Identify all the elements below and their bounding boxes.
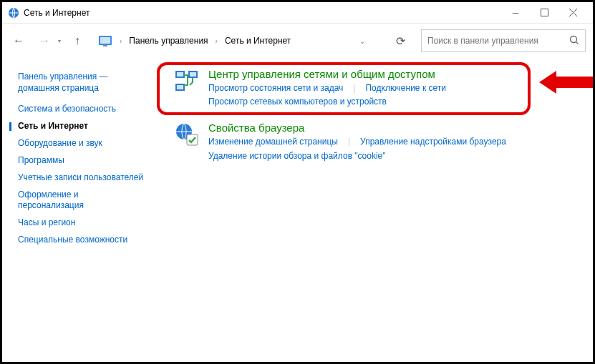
link-connect-network[interactable]: Подключение к сети [365,82,445,95]
separator: | [353,82,355,95]
internet-options-icon [174,122,200,147]
sidebar-nav: Система и безопасность Сеть и Интернет О… [18,104,145,245]
sidebar-item-network-internet[interactable]: Сеть и Интернет [18,121,145,132]
toolbar: ← → ▾ ↑ › Панель управления › Сеть и Инт… [2,24,593,58]
minimize-button[interactable]: ─ [501,3,530,23]
refresh-button[interactable]: ⟳ [391,31,410,50]
sidebar: Панель управления — домашняя страница Си… [2,58,153,362]
link-manage-addons[interactable]: Управление надстройками браузера [360,135,506,149]
category-network-sharing: Центр управления сетями и общим доступом… [167,68,579,109]
sidebar-item-clock-region[interactable]: Часы и регион [18,217,145,228]
sidebar-home-link[interactable]: Панель управления — домашняя страница [18,71,145,94]
network-sharing-icon [174,68,200,94]
recent-locations-button[interactable]: ▾ [58,38,61,44]
link-view-devices[interactable]: Просмотр сетевых компьютеров и устройств [208,95,387,109]
back-button[interactable]: ← [9,31,28,50]
address-bar[interactable]: › Панель управления › Сеть и Интернет ⌄ … [94,29,414,52]
content-area: Центр управления сетями и общим доступом… [153,58,593,362]
close-button[interactable] [558,3,587,23]
separator: | [348,135,350,149]
svg-rect-1 [541,9,548,16]
chevron-right-icon[interactable]: › [213,37,221,45]
breadcrumb-root[interactable]: Панель управления [129,36,208,46]
body: Панель управления — домашняя страница Си… [2,58,593,362]
breadcrumb-leaf[interactable]: Сеть и Интернет [225,36,291,46]
chevron-down-icon[interactable]: ⌄ [357,37,368,45]
svg-rect-11 [177,85,183,89]
svg-rect-3 [100,37,110,44]
svg-rect-4 [103,45,107,46]
category-internet-options: Свойства браузера Изменение домашней стр… [167,122,579,162]
app-icon [8,7,19,19]
search-input[interactable] [427,36,569,46]
control-panel-icon [98,34,112,48]
svg-rect-7 [177,72,183,77]
category-title-internet-options[interactable]: Свойства браузера [208,122,579,134]
sidebar-item-system-security[interactable]: Система и безопасность [18,104,145,114]
link-delete-history[interactable]: Удаление истории обзора и файлов "cookie… [208,149,386,163]
svg-rect-9 [190,72,196,77]
titlebar: Сеть и Интернет ─ [2,2,593,24]
svg-point-5 [571,36,577,42]
forward-button[interactable]: → [35,31,54,50]
category-title-network-sharing[interactable]: Центр управления сетями и общим доступом [208,68,579,80]
search-icon[interactable] [569,35,579,47]
sidebar-item-accessibility[interactable]: Специальные возможности [18,235,145,245]
sidebar-item-hardware-sound[interactable]: Оборудование и звук [18,138,145,149]
sidebar-item-appearance[interactable]: Оформление и персонализация [18,190,145,211]
chevron-right-icon[interactable]: › [117,37,125,45]
up-button[interactable]: ↑ [68,31,87,50]
sidebar-item-programs[interactable]: Программы [18,155,145,166]
sidebar-item-user-accounts[interactable]: Учетные записи пользователей [18,172,145,183]
maximize-button[interactable] [530,3,558,23]
search-box[interactable] [421,29,586,52]
link-network-status[interactable]: Просмотр состояния сети и задач [208,82,343,95]
window-title: Сеть и Интернет [24,8,501,18]
link-change-homepage[interactable]: Изменение домашней страницы [208,135,338,149]
